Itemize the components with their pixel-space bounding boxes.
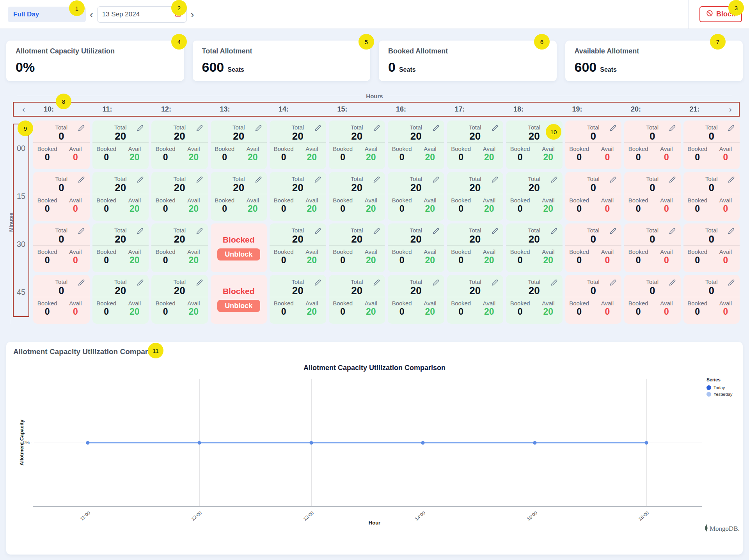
edit-allotment-icon[interactable] [728,279,735,287]
booked-value: 0 [388,255,416,265]
avail-label: Avail [475,300,503,307]
edit-allotment-icon[interactable] [492,228,498,236]
unblock-button[interactable]: Unblock [217,248,260,261]
edit-allotment-icon[interactable] [551,279,557,287]
edit-allotment-icon[interactable] [78,125,85,133]
total-label: Total [233,175,245,182]
edit-allotment-icon[interactable] [314,125,321,133]
edit-allotment-icon[interactable] [137,279,144,287]
edit-allotment-icon[interactable] [610,125,616,133]
edit-allotment-icon[interactable] [137,228,144,236]
avail-label: Avail [239,145,267,152]
edit-allotment-icon[interactable] [373,279,380,287]
avail-value: 20 [179,255,208,265]
hour-label: 14: [269,105,328,113]
edit-allotment-icon[interactable] [373,176,380,184]
edit-allotment-icon[interactable] [610,228,616,236]
booked-label: Booked [506,248,534,255]
allotment-cell: Total20Booked0Avail20 [270,172,326,221]
edit-allotment-icon[interactable] [492,279,498,287]
edit-allotment-icon[interactable] [433,228,439,236]
edit-allotment-icon[interactable] [196,279,203,287]
edit-allotment-icon[interactable] [196,228,203,236]
allotment-cell: Total20Booked0Avail20 [211,121,267,169]
edit-allotment-icon[interactable] [137,125,144,133]
edit-allotment-icon[interactable] [78,176,85,184]
allotment-cell: Total0Booked0Avail0 [565,223,622,272]
avail-value: 20 [416,204,444,214]
total-label: Total [528,124,540,131]
edit-allotment-icon[interactable] [728,228,735,236]
edit-allotment-icon[interactable] [433,125,439,133]
legend-title: Series [706,377,733,383]
avail-value: 20 [416,255,444,265]
booked-value: 0 [92,307,121,317]
avail-label: Avail [593,300,621,307]
annotation-badge-11: 11 [148,343,163,358]
edit-allotment-icon[interactable] [373,125,380,133]
prev-date-button[interactable]: ‹ [86,9,97,19]
edit-allotment-icon[interactable] [551,228,557,236]
edit-allotment-icon[interactable] [551,176,557,184]
edit-allotment-icon[interactable] [196,125,203,133]
edit-allotment-icon[interactable] [196,176,203,184]
edit-allotment-icon[interactable] [433,279,439,287]
edit-allotment-icon[interactable] [728,176,735,184]
edit-allotment-icon[interactable] [78,228,85,236]
edit-allotment-icon[interactable] [610,176,616,184]
avail-label: Avail [61,197,89,204]
avail-label: Avail [179,248,208,255]
total-label: Total [291,278,304,285]
booked-label: Booked [565,300,593,307]
edit-allotment-icon[interactable] [492,176,498,184]
next-date-button[interactable]: › [187,9,198,19]
avail-value: 0 [61,152,89,162]
avail-label: Avail [179,197,208,204]
edit-allotment-icon[interactable] [137,176,144,184]
booked-value: 0 [447,307,475,317]
avail-label: Avail [357,197,385,204]
total-label: Total [173,175,186,182]
edit-allotment-icon[interactable] [728,125,735,133]
edit-allotment-icon[interactable] [314,176,321,184]
edit-allotment-icon[interactable] [669,125,676,133]
booked-value: 0 [33,152,61,162]
stat-unit: Seats [600,66,617,73]
edit-allotment-icon[interactable] [78,279,85,287]
avail-label: Avail [298,248,326,255]
edit-allotment-icon[interactable] [314,228,321,236]
edit-allotment-icon[interactable] [669,228,676,236]
allotment-grid: Total0Booked0Avail0Total20Booked0Avail20… [33,121,740,324]
edit-allotment-icon[interactable] [314,279,321,287]
unblock-button[interactable]: Unblock [217,300,260,312]
edit-allotment-icon[interactable] [255,125,262,133]
booked-label: Booked [388,300,416,307]
total-label: Total [469,175,481,182]
avail-label: Avail [652,248,680,255]
edit-allotment-icon[interactable] [492,125,498,133]
date-value: 13 Sep 2024 [102,11,140,18]
data-point [198,441,201,445]
booked-value: 0 [329,152,357,162]
hour-label: 15: [328,105,387,113]
legend-dot [706,392,711,397]
booked-label: Booked [270,300,298,307]
total-label: Total [528,175,540,182]
allotment-cell: Total20Booked0Avail20 [506,223,563,272]
total-label: Total [587,227,600,234]
edit-allotment-icon[interactable] [433,176,439,184]
edit-allotment-icon[interactable] [610,279,616,287]
booked-value: 0 [447,255,475,265]
minutes-axis-rail: Minutes [9,121,13,324]
booked-label: Booked [447,197,475,204]
booked-label: Booked [211,197,239,204]
hours-scroll-right-icon[interactable]: › [727,104,734,114]
edit-allotment-icon[interactable] [373,228,380,236]
avail-value: 20 [179,152,208,162]
edit-allotment-icon[interactable] [255,176,262,184]
stat-title: Available Allotment [575,47,734,55]
booked-label: Booked [211,145,239,152]
hours-scroll-left-icon[interactable]: ‹ [20,104,27,114]
edit-allotment-icon[interactable] [669,176,676,184]
edit-allotment-icon[interactable] [669,279,676,287]
